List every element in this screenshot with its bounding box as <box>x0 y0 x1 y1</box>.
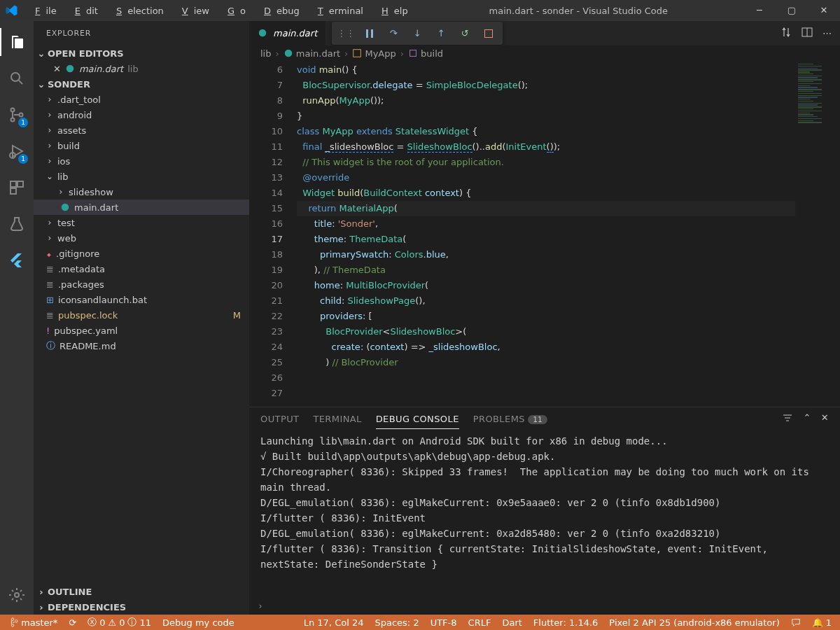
restart-icon[interactable]: ↺ <box>458 28 472 38</box>
file-main-dart[interactable]: main.dart <box>34 200 249 215</box>
file--metadata[interactable]: ≣ .metadata <box>34 261 249 276</box>
svg-rect-12 <box>366 29 368 38</box>
close-button[interactable]: ✕ <box>808 0 840 21</box>
step-out-icon[interactable]: ↑ <box>434 28 448 38</box>
minimap[interactable] <box>795 61 840 407</box>
extensions-icon[interactable] <box>0 174 34 202</box>
debug-toolbar[interactable]: ⋮⋮ ↷ ↓ ↑ ↺ <box>332 22 503 45</box>
file-README-md[interactable]: ⓘ README.md <box>34 338 249 354</box>
svg-point-8 <box>15 593 19 597</box>
folder-slideshow[interactable]: › slideshow <box>34 184 249 200</box>
menu-debug[interactable]: Debug <box>253 1 305 20</box>
svg-point-9 <box>66 64 74 72</box>
menu-view[interactable]: View <box>171 1 215 20</box>
debug-console-output[interactable]: Launching lib\main.dart on Android SDK b… <box>249 430 840 601</box>
project-header[interactable]: ⌄SONDER <box>34 76 249 92</box>
source-control-icon[interactable]: 1 <box>0 101 34 129</box>
breadcrumb-build[interactable]: build <box>408 48 443 59</box>
more-actions-icon[interactable]: ⋯ <box>822 28 832 38</box>
menu-go[interactable]: Go <box>216 1 251 20</box>
flutter-icon[interactable] <box>0 246 34 274</box>
maximize-button[interactable]: ▢ <box>776 0 808 21</box>
vscode-icon <box>0 4 24 17</box>
menu-selection[interactable]: Selection <box>105 1 169 20</box>
svg-point-3 <box>20 113 23 117</box>
gutter: 6789101112131415161718192021222324252627 <box>249 61 297 407</box>
code-content[interactable]: void main() { BlocSupervisor.delegate = … <box>297 61 840 407</box>
panel-tab-output[interactable]: OUTPUT <box>260 414 299 424</box>
file-pubspec-yaml[interactable]: ! pubspec.yaml <box>34 323 249 338</box>
activity-bar: 1 1 <box>0 21 34 615</box>
svg-rect-14 <box>484 29 493 38</box>
breadcrumb[interactable]: lib› main.dart› MyApp› build <box>249 46 840 61</box>
search-icon[interactable] <box>0 64 34 92</box>
encoding-status[interactable]: UTF-8 <box>428 617 460 628</box>
editor[interactable]: 6789101112131415161718192021222324252627… <box>249 61 840 407</box>
flutter-status[interactable]: Flutter: 1.14.6 <box>531 617 601 628</box>
file--packages[interactable]: ≣ .packages <box>34 276 249 292</box>
folder-web[interactable]: › web <box>34 230 249 246</box>
drag-handle-icon[interactable]: ⋮⋮ <box>339 28 353 38</box>
breadcrumb-lib[interactable]: lib <box>260 48 271 59</box>
feedback-icon[interactable] <box>788 617 804 627</box>
breadcrumb-MyApp[interactable]: MyApp <box>352 48 396 59</box>
window-controls: ─ ▢ ✕ <box>743 0 840 21</box>
svg-rect-13 <box>371 29 373 38</box>
stop-icon[interactable] <box>482 29 496 38</box>
notifications-icon[interactable]: 🔔 1 <box>809 617 834 628</box>
menu-bar: FileEditSelectionViewGoDebugTerminalHelp <box>24 1 414 20</box>
run-debug-icon[interactable]: 1 <box>0 137 34 165</box>
menu-terminal[interactable]: Terminal <box>307 1 369 20</box>
folder-android[interactable]: › android <box>34 107 249 122</box>
svg-point-10 <box>62 203 69 211</box>
file-iconsandlaunch-bat[interactable]: ⊞ iconsandlaunch.bat <box>34 292 249 307</box>
settings-gear-icon[interactable] <box>0 581 34 609</box>
split-editor-icon[interactable] <box>802 27 813 40</box>
problems-status[interactable]: ⓧ 0 ⚠ 0 ⓘ 11 <box>85 616 154 629</box>
device-status[interactable]: Pixel 2 API 25 (android-x86 emulator) <box>606 617 782 628</box>
open-editor-item[interactable]: ✕ main.dart lib <box>34 61 249 76</box>
debug-console-prompt[interactable]: › <box>249 601 840 615</box>
outline-header[interactable]: ›OUTLINE <box>34 584 249 599</box>
filter-icon[interactable] <box>782 412 793 426</box>
file--gitignore[interactable]: ⬥ .gitignore <box>34 246 249 261</box>
folder-ios[interactable]: › ios <box>34 153 249 169</box>
step-over-icon[interactable]: ↷ <box>386 28 400 38</box>
panel-tab-debug-console[interactable]: DEBUG CONSOLE <box>376 414 459 429</box>
menu-file[interactable]: File <box>24 1 62 20</box>
indent-status[interactable]: Spaces: 2 <box>372 617 421 628</box>
svg-rect-6 <box>18 181 23 187</box>
breadcrumb-main.dart[interactable]: main.dart <box>284 48 340 59</box>
svg-point-17 <box>284 49 292 57</box>
file-pubspec-lock[interactable]: ≣ pubspec.lockM <box>34 307 249 323</box>
panel-tab-terminal[interactable]: TERMINAL <box>313 414 361 424</box>
folder-assets[interactable]: › assets <box>34 122 249 138</box>
folder-.dart_tool[interactable]: › .dart_tool <box>34 92 249 107</box>
step-into-icon[interactable]: ↓ <box>410 28 424 38</box>
close-panel-icon[interactable]: ✕ <box>821 412 829 426</box>
explorer-icon[interactable] <box>0 28 34 56</box>
minimize-button[interactable]: ─ <box>743 0 776 21</box>
task-status[interactable]: Debug my code <box>160 617 237 628</box>
sync-icon[interactable]: ⟳ <box>66 617 79 628</box>
eol-status[interactable]: CRLF <box>465 617 494 628</box>
pause-icon[interactable] <box>363 29 377 38</box>
dependencies-header[interactable]: ›DEPENDENCIES <box>34 599 249 615</box>
collapse-panel-icon[interactable]: ⌃ <box>803 412 811 426</box>
folder-build[interactable]: › build <box>34 138 249 153</box>
editor-tab[interactable]: main.dart <box>249 21 326 46</box>
menu-help[interactable]: Help <box>370 1 414 20</box>
explorer-title: EXPLORER <box>34 21 249 46</box>
close-icon[interactable]: ✕ <box>53 64 61 74</box>
open-editors-header[interactable]: ⌄OPEN EDITORS <box>34 46 249 61</box>
test-icon[interactable] <box>0 210 34 238</box>
language-status[interactable]: Dart <box>499 617 524 628</box>
panel-tab-problems[interactable]: PROBLEMS 11 <box>473 414 547 424</box>
folder-test[interactable]: › test <box>34 215 249 230</box>
dart-file-icon <box>258 28 267 38</box>
menu-edit[interactable]: Edit <box>64 1 104 20</box>
cursor-position[interactable]: Ln 17, Col 24 <box>301 617 367 628</box>
git-branch[interactable]: master* <box>6 617 60 628</box>
folder-lib[interactable]: ⌄ lib <box>34 169 249 184</box>
compare-changes-icon[interactable] <box>780 27 792 40</box>
